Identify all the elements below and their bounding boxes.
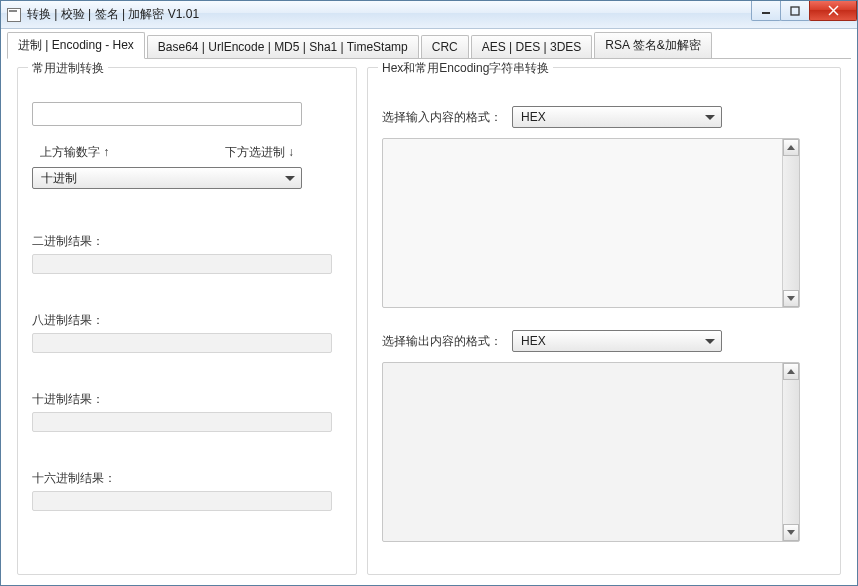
content-area: 常用进制转换 上方输数字 ↑ 下方选进制 ↓ 十进制 二进制结果： 八进制结果：…	[1, 59, 857, 585]
octal-result[interactable]	[32, 333, 332, 353]
input-format-label: 选择输入内容的格式：	[382, 109, 502, 126]
input-format-select[interactable]: HEX	[512, 106, 722, 128]
binary-result-block: 二进制结果：	[32, 233, 342, 274]
decimal-result-block: 十进制结果：	[32, 391, 342, 432]
title-bar: 转换 | 校验 | 签名 | 加解密 V1.01	[1, 1, 857, 29]
hex-label: 十六进制结果：	[32, 470, 342, 487]
triangle-up-icon	[787, 369, 795, 374]
output-format-label: 选择输出内容的格式：	[382, 333, 502, 350]
encoding-legend: Hex和常用Encoding字符串转换	[378, 60, 553, 77]
hex-result[interactable]	[32, 491, 332, 511]
tab-crc[interactable]: CRC	[421, 35, 469, 58]
app-icon	[7, 8, 21, 22]
octal-result-block: 八进制结果：	[32, 312, 342, 353]
input-textarea[interactable]	[382, 138, 800, 308]
maximize-button[interactable]	[780, 1, 810, 21]
scrollbar[interactable]	[782, 363, 799, 541]
triangle-up-icon	[787, 145, 795, 150]
output-textarea[interactable]	[382, 362, 800, 542]
octal-label: 八进制结果：	[32, 312, 342, 329]
chevron-down-icon	[285, 176, 295, 181]
tab-bar: 进制 | Encoding - Hex Base64 | UrlEncode |…	[7, 33, 851, 59]
minimize-button[interactable]	[751, 1, 781, 21]
output-format-row: 选择输出内容的格式： HEX	[382, 330, 826, 352]
radix-select-value: 十进制	[41, 170, 77, 187]
triangle-down-icon	[787, 530, 795, 535]
radix-group: 常用进制转换 上方输数字 ↑ 下方选进制 ↓ 十进制 二进制结果： 八进制结果：…	[17, 67, 357, 575]
maximize-icon	[790, 6, 800, 16]
app-window: 转换 | 校验 | 签名 | 加解密 V1.01 进制 | Encoding -…	[0, 0, 858, 586]
input-format-value: HEX	[521, 110, 546, 124]
tab-base64-md5[interactable]: Base64 | UrlEncode | MD5 | Sha1 | TimeSt…	[147, 35, 419, 58]
scroll-down-button[interactable]	[783, 524, 799, 541]
tab-rsa[interactable]: RSA 签名&加解密	[594, 32, 711, 58]
radix-legend: 常用进制转换	[28, 60, 108, 77]
hint-row: 上方输数字 ↑ 下方选进制 ↓	[32, 144, 302, 161]
triangle-down-icon	[787, 296, 795, 301]
tab-encoding-hex[interactable]: 进制 | Encoding - Hex	[7, 32, 145, 59]
decimal-label: 十进制结果：	[32, 391, 342, 408]
scroll-up-button[interactable]	[783, 139, 799, 156]
chevron-down-icon	[705, 339, 715, 344]
close-icon	[828, 5, 839, 16]
hex-result-block: 十六进制结果：	[32, 470, 342, 511]
chevron-down-icon	[705, 115, 715, 120]
hint-down: 下方选进制 ↓	[225, 144, 294, 161]
encoding-group: Hex和常用Encoding字符串转换 选择输入内容的格式： HEX 选择输出内…	[367, 67, 841, 575]
scroll-down-button[interactable]	[783, 290, 799, 307]
binary-label: 二进制结果：	[32, 233, 342, 250]
decimal-result[interactable]	[32, 412, 332, 432]
radix-select[interactable]: 十进制	[32, 167, 302, 189]
number-input[interactable]	[32, 102, 302, 126]
tab-aes-des[interactable]: AES | DES | 3DES	[471, 35, 593, 58]
window-buttons	[752, 1, 857, 21]
output-format-select[interactable]: HEX	[512, 330, 722, 352]
close-button[interactable]	[809, 1, 857, 21]
binary-result[interactable]	[32, 254, 332, 274]
scroll-up-button[interactable]	[783, 363, 799, 380]
svg-rect-1	[791, 7, 799, 15]
window-title: 转换 | 校验 | 签名 | 加解密 V1.01	[27, 6, 199, 23]
input-format-row: 选择输入内容的格式： HEX	[382, 106, 826, 128]
output-format-value: HEX	[521, 334, 546, 348]
hint-up: 上方输数字 ↑	[40, 144, 109, 161]
scrollbar[interactable]	[782, 139, 799, 307]
minimize-icon	[761, 6, 771, 16]
